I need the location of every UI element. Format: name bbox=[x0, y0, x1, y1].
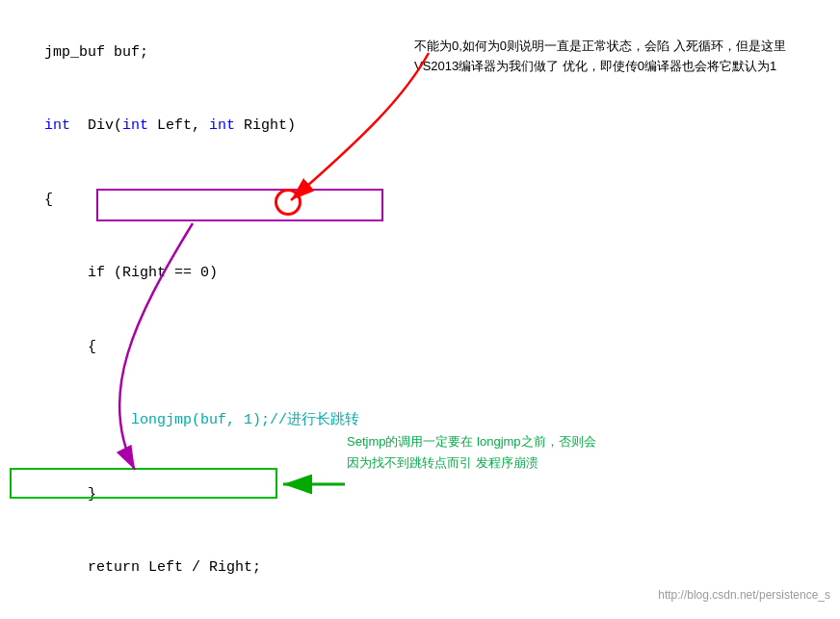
code-text: Div( bbox=[70, 117, 122, 134]
annotation-top-text: 不能为0,如何为0则说明一直是正常状态，会陷 入死循环，但是这里VS2013编译… bbox=[414, 39, 786, 73]
code-line-2: int Div(int Left, int Right) bbox=[10, 90, 830, 164]
code-line-9: } bbox=[10, 605, 830, 619]
code-area: jmp_buf buf; int Div(int Left, int Right… bbox=[0, 0, 840, 619]
code-text: jmp_buf buf; bbox=[44, 44, 148, 61]
annotation-top: 不能为0,如何为0则说明一直是正常状态，会陷 入死循环，但是这里VS2013编译… bbox=[414, 37, 800, 77]
code-line-3: { bbox=[10, 163, 830, 237]
code-line-4: if (Right == 0) bbox=[10, 237, 830, 311]
annotation-bottom-text: Setjmp的调用一定要在 longjmp之前，否则会 因为找不到跳转点而引 发… bbox=[347, 434, 596, 470]
annotation-bottom: Setjmp的调用一定要在 longjmp之前，否则会 因为找不到跳转点而引 发… bbox=[347, 431, 597, 474]
url-label: http://blog.csdn.net/persistence_s bbox=[658, 588, 830, 602]
url-text: http://blog.csdn.net/persistence_s bbox=[658, 588, 830, 602]
keyword-int: int bbox=[44, 117, 70, 134]
code-line-5: { bbox=[10, 310, 830, 384]
